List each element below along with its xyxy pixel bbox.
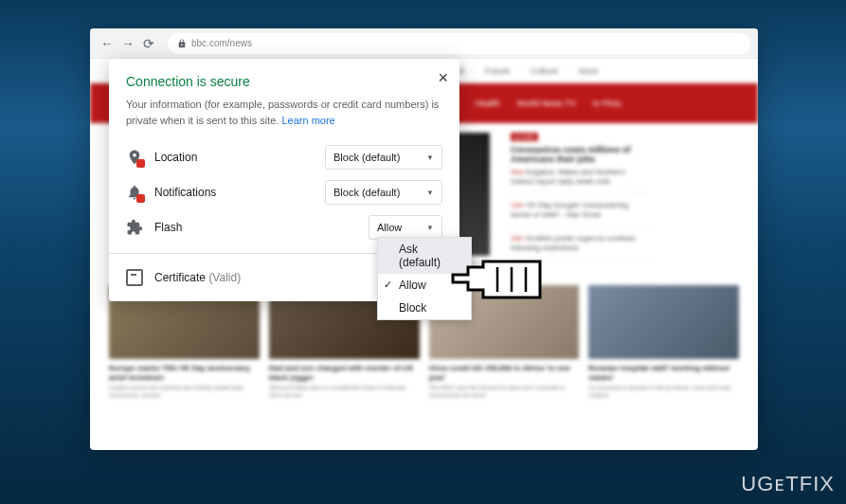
chevron-down-icon: ▼	[426, 224, 434, 232]
learn-more-link[interactable]: Learn more	[281, 115, 334, 126]
back-button[interactable]: ←	[98, 34, 117, 53]
permission-row-location: Location Block (default) ▼	[126, 145, 442, 170]
watermark: UGᴇTFIX	[741, 472, 835, 496]
notifications-select[interactable]: Block (default) ▼	[325, 180, 442, 205]
nav-item[interactable]: More	[579, 66, 599, 76]
article-image	[588, 285, 739, 359]
address-bar[interactable]: bbc.com/news	[168, 33, 750, 54]
news-item[interactable]: 12m VE Day brought 'overpowering sense o…	[511, 201, 648, 227]
cat-item[interactable]: Health	[476, 99, 500, 108]
flash-label: Flash	[154, 221, 369, 234]
reload-button[interactable]: ⟳	[139, 34, 158, 53]
close-button[interactable]: ×	[438, 68, 448, 88]
url-text: bbc.com/news	[191, 38, 252, 48]
flash-icon	[126, 219, 143, 236]
certificate-label: Certificate (Valid)	[154, 271, 241, 284]
nav-item[interactable]: Culture	[531, 66, 558, 76]
location-select[interactable]: Block (default) ▼	[325, 145, 442, 170]
nav-item[interactable]: Future	[485, 66, 510, 76]
forward-button[interactable]: →	[118, 34, 137, 53]
pointing-hand-icon	[445, 248, 559, 315]
chevron-down-icon: ▼	[426, 189, 434, 197]
popup-title: Connection is secure	[126, 74, 442, 89]
chevron-down-icon: ▼	[426, 153, 434, 162]
news-item[interactable]: Now England, Wales and Northern Ireland …	[511, 168, 648, 194]
article-card[interactable]: Europe marks 75th VE Day anniversary ami…	[109, 285, 260, 400]
browser-toolbar: ← → ⟳ bbc.com/news	[90, 28, 758, 59]
live-headline[interactable]: Coronavirus costs millions of Americans …	[511, 145, 648, 164]
cat-item[interactable]: In Pictu	[593, 99, 621, 108]
location-label: Location	[154, 151, 325, 164]
notifications-label: Notifications	[154, 186, 325, 199]
popup-description: Your information (for example, passwords…	[126, 97, 442, 128]
location-icon	[126, 149, 143, 166]
lock-icon	[177, 39, 187, 48]
live-badge: ● LIVE	[511, 133, 538, 141]
article-card[interactable]: Russian hospital staff 'working without …	[588, 285, 739, 400]
certificate-icon	[126, 269, 143, 286]
notifications-icon	[126, 184, 143, 201]
permission-row-notifications: Notifications Block (default) ▼	[126, 180, 442, 205]
cat-item[interactable]: World News TV	[517, 99, 576, 108]
